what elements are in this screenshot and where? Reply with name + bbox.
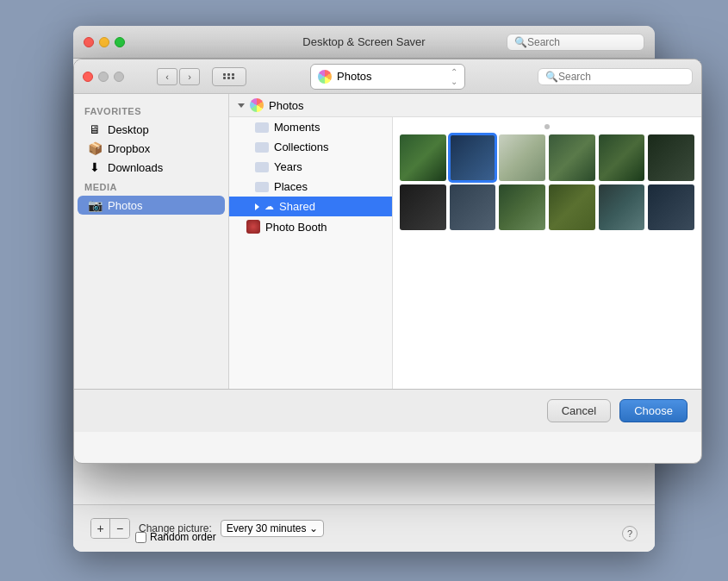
grid-dot — [223, 77, 226, 79]
photobooth-icon — [246, 220, 260, 234]
tree-item-photobooth-label: Photo Booth — [265, 221, 327, 234]
main-search-container: 🔍 — [507, 34, 644, 51]
sidebar-item-downloads-label: Downloads — [108, 161, 163, 174]
dialog-title-bar: ‹ › Photos ⌃⌄ 🔍 — [74, 59, 701, 94]
desktop-icon: 🖥 — [88, 122, 102, 136]
shared-cloud-icon: ☁ — [264, 201, 274, 212]
dialog-search-icon: 🔍 — [545, 71, 558, 83]
dialog-maximize-button[interactable] — [114, 72, 124, 82]
tree-item-photobooth[interactable]: Photo Booth — [229, 216, 392, 237]
remove-button[interactable]: − — [110, 519, 129, 538]
tree-item-collections[interactable]: Collections — [229, 137, 392, 157]
add-button[interactable]: + — [91, 519, 110, 538]
tree-root-label: Photos — [269, 99, 303, 112]
photo-thumb-5[interactable] — [599, 134, 645, 181]
main-search-icon: 🔍 — [514, 36, 527, 48]
sidebar-item-photos-label: Photos — [108, 199, 142, 212]
tree-item-places-label: Places — [274, 180, 308, 193]
dialog-close-button[interactable] — [83, 72, 93, 82]
sidebar-item-dropbox[interactable]: 📦 Dropbox — [78, 139, 225, 158]
back-button[interactable]: ‹ — [157, 68, 177, 85]
forward-button[interactable]: › — [179, 68, 200, 85]
photo-thumb-7[interactable] — [400, 184, 446, 231]
main-title-bar: Desktop & Screen Saver 🔍 — [73, 26, 655, 59]
tree-item-shared[interactable]: ☁ Shared — [229, 197, 392, 216]
photo-thumb-1[interactable] — [400, 134, 446, 181]
photo-grid-area — [393, 117, 701, 389]
choose-button[interactable]: Choose — [619, 399, 688, 422]
random-order-checkbox[interactable] — [135, 532, 146, 543]
tree-item-years-label: Years — [274, 160, 302, 173]
main-search-input[interactable] — [527, 36, 637, 48]
photo-thumb-12[interactable] — [648, 184, 694, 231]
photo-thumb-6[interactable] — [648, 134, 694, 181]
places-icon — [255, 182, 269, 192]
grid-dot — [232, 77, 234, 79]
desktop-background: Desktop & Screen Saver 🔍 + − Change pict… — [0, 0, 728, 581]
tree-item-moments-label: Moments — [274, 121, 320, 134]
photo-thumb-3[interactable] — [499, 134, 545, 181]
grid-dot — [223, 73, 226, 76]
help-button[interactable]: ? — [622, 526, 638, 541]
collections-icon — [255, 142, 269, 153]
cancel-button[interactable]: Cancel — [547, 399, 611, 422]
photo-grid — [400, 134, 694, 230]
photo-thumb-11[interactable] — [599, 184, 645, 231]
sidebar-item-photos[interactable]: 📷 Photos — [78, 196, 225, 215]
grid-dot — [227, 73, 230, 76]
tree-photo-split: Moments Collections Years Places — [229, 117, 701, 389]
tree-item-places[interactable]: Places — [229, 177, 392, 197]
tree-item-collections-label: Collections — [274, 141, 329, 153]
years-icon — [255, 162, 269, 172]
media-section-label: Media — [74, 177, 228, 196]
moments-icon — [255, 122, 269, 133]
scroll-indicator — [400, 124, 694, 129]
tree-root-item[interactable]: Photos — [229, 94, 701, 117]
sidebar-item-dropbox-label: Dropbox — [108, 142, 150, 155]
grid-dot — [232, 73, 234, 76]
interval-chevron: ⌄ — [309, 522, 318, 534]
photo-thumb-4[interactable] — [549, 134, 595, 181]
random-order-label: Random order — [150, 531, 216, 543]
sidebar: Favorites 🖥 Desktop 📦 Dropbox ⬇ Download… — [74, 94, 229, 389]
grid-dot — [227, 77, 230, 79]
dialog-minimize-button[interactable] — [98, 72, 109, 82]
main-window-title: Desktop & Screen Saver — [302, 35, 425, 48]
source-dropdown[interactable]: Photos ⌃⌄ — [310, 64, 465, 90]
downloads-icon: ⬇ — [88, 160, 102, 174]
interval-dropdown[interactable]: Every 30 minutes ⌄ — [221, 520, 325, 537]
dialog-bottom-bar: Cancel Choose — [74, 389, 701, 432]
tree-item-years[interactable]: Years — [229, 157, 392, 177]
photos-sidebar-icon: 📷 — [88, 198, 102, 212]
sidebar-item-desktop-label: Desktop — [108, 123, 149, 136]
maximize-button[interactable] — [115, 37, 125, 47]
photo-thumb-2[interactable] — [450, 134, 496, 181]
favorites-section-label: Favorites — [74, 101, 228, 120]
photo-thumb-8[interactable] — [450, 184, 496, 231]
source-dropdown-value: Photos — [337, 70, 371, 83]
content-area: Photos Moments Collections — [229, 94, 701, 389]
dialog-search-input[interactable] — [558, 71, 685, 83]
tree-list: Moments Collections Years Places — [229, 117, 393, 389]
traffic-lights — [84, 37, 125, 47]
tree-item-moments[interactable]: Moments — [229, 117, 392, 137]
sidebar-item-desktop[interactable]: 🖥 Desktop — [78, 120, 225, 139]
photos-tree-icon — [250, 98, 264, 112]
dialog-traffic-lights — [83, 72, 124, 82]
file-picker-dialog: ‹ › Photos ⌃⌄ 🔍 — [73, 59, 702, 464]
nav-buttons: ‹ › — [157, 68, 200, 85]
grid-view-button[interactable] — [212, 67, 246, 86]
photo-thumb-9[interactable] — [499, 184, 545, 231]
dialog-search-container: 🔍 — [538, 68, 693, 85]
bottom-bar: + − Change picture: Every 30 minutes ⌄ R… — [73, 504, 655, 552]
minimize-button[interactable] — [99, 37, 109, 47]
source-dropdown-chevron: ⌃⌄ — [451, 67, 457, 86]
photos-icon — [318, 70, 332, 84]
dialog-body: Favorites 🖥 Desktop 📦 Dropbox ⬇ Download… — [74, 94, 701, 389]
dropbox-icon: 📦 — [88, 141, 102, 155]
photo-thumb-10[interactable] — [549, 184, 595, 231]
close-button[interactable] — [84, 37, 94, 47]
sidebar-item-downloads[interactable]: ⬇ Downloads — [78, 158, 225, 177]
expand-chevron — [238, 103, 245, 108]
plus-minus-control: + − — [90, 518, 130, 539]
